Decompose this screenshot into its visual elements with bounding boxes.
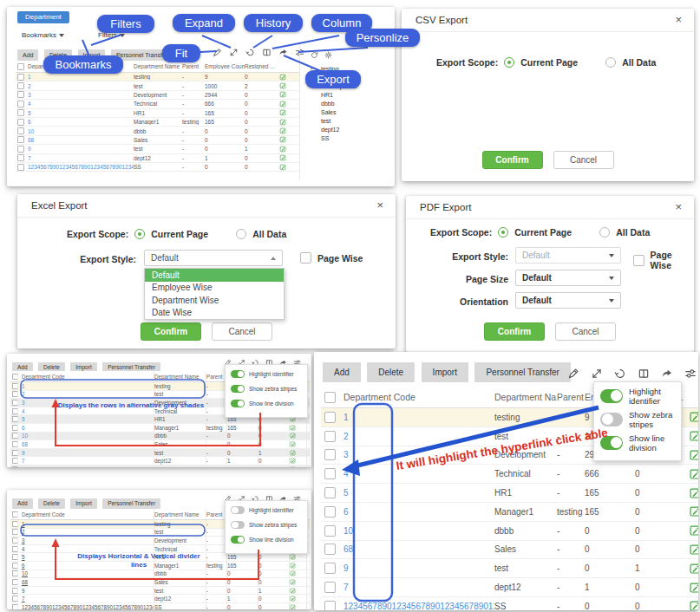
row-checkbox[interactable]	[17, 74, 24, 81]
toggle-switch[interactable]	[231, 536, 245, 544]
row-checkbox[interactable]	[12, 537, 18, 544]
radio-all-data[interactable]	[599, 227, 610, 238]
department-code-link[interactable]: 7	[343, 583, 494, 592]
select-all-checkbox[interactable]	[12, 511, 18, 518]
row-checkbox[interactable]	[17, 146, 24, 153]
department-code-link[interactable]: 3	[22, 537, 154, 544]
row-checkbox[interactable]	[324, 449, 336, 460]
tree-item[interactable]: dbbb	[300, 100, 394, 108]
edit-icon[interactable]	[689, 487, 698, 499]
toggle-switch[interactable]	[600, 389, 623, 403]
table-row[interactable]: 68Sales-00	[16, 136, 299, 145]
edit-icon[interactable]	[290, 424, 307, 432]
department-code-link[interactable]: 1234567890123456789012345678901234567890…	[343, 602, 494, 610]
department-code-link[interactable]: 3	[28, 92, 134, 98]
close-icon[interactable]: ×	[675, 201, 682, 212]
radio-current-page[interactable]	[134, 229, 145, 239]
row-checkbox[interactable]	[12, 441, 18, 447]
tab-department[interactable]: Department	[17, 11, 69, 23]
department-code-link[interactable]: 1	[343, 413, 494, 422]
radio-current-page[interactable]	[498, 227, 508, 238]
column-header-parent[interactable]: Parent	[557, 392, 585, 402]
department-code-link[interactable]: 10	[22, 570, 154, 578]
row-checkbox[interactable]	[17, 82, 24, 89]
toggle-switch[interactable]	[231, 370, 245, 379]
table-row[interactable]: 68Sales-00	[321, 541, 698, 560]
row-checkbox[interactable]	[324, 412, 336, 423]
table-row[interactable]: 1234567890123456789012345678901234567890…	[16, 163, 299, 172]
table-row[interactable]: 1234567890123456789012345678901234567890…	[10, 603, 310, 609]
row-checkbox[interactable]	[12, 604, 18, 609]
add-button[interactable]: Add	[323, 362, 361, 382]
department-code-link[interactable]: 10	[28, 128, 134, 134]
table-row[interactable]: 68Sales-00	[10, 578, 310, 587]
department-code-link[interactable]: 6	[343, 507, 494, 517]
fit-icon[interactable]	[213, 48, 222, 57]
edit-icon[interactable]	[290, 578, 307, 586]
close-icon[interactable]: ×	[675, 14, 682, 25]
row-checkbox[interactable]	[12, 400, 18, 406]
column-header-code[interactable]: Department Code	[22, 511, 65, 518]
table-row[interactable]: 2test-10002	[16, 81, 299, 90]
refresh-icon[interactable]	[311, 47, 318, 62]
radio-current-page[interactable]	[504, 57, 514, 68]
edit-icon[interactable]	[689, 563, 698, 575]
row-checkbox[interactable]	[324, 563, 336, 574]
row-checkbox[interactable]	[12, 391, 18, 397]
edit-icon[interactable]	[279, 164, 295, 171]
confirm-button[interactable]: Confirm	[482, 151, 543, 169]
department-code-link[interactable]: 2	[22, 391, 154, 399]
table-row[interactable]: 10dbbb-00	[10, 570, 310, 579]
row-checkbox[interactable]	[324, 506, 336, 518]
cancel-button[interactable]: Cancel	[212, 322, 272, 341]
edit-icon[interactable]	[279, 127, 295, 134]
department-code-link[interactable]: 6	[28, 119, 134, 125]
department-code-link[interactable]: 10	[343, 526, 494, 536]
edit-icon[interactable]	[290, 440, 307, 448]
tree-item[interactable]: HR1	[300, 91, 394, 100]
edit-icon[interactable]	[290, 595, 307, 602]
department-code-link[interactable]: 2	[28, 83, 134, 89]
row-checkbox[interactable]	[12, 588, 18, 594]
column-header-parent[interactable]: Parent	[182, 63, 205, 69]
select-all-checkbox[interactable]	[12, 374, 18, 380]
table-row[interactable]: 9test-01	[10, 587, 310, 596]
export-icon[interactable]	[278, 48, 288, 57]
table-row[interactable]: 4Technical-6660	[16, 100, 299, 108]
page-wise-checkbox[interactable]	[300, 252, 311, 264]
column-header-name[interactable]: Department Name	[154, 511, 199, 518]
bookmarks-menu[interactable]: Bookmarks	[19, 31, 64, 39]
style-option[interactable]: Employee Wise	[145, 282, 284, 295]
edit-icon[interactable]	[689, 524, 698, 537]
department-code-link[interactable]: 1234567890123456789012345678901234567890…	[22, 603, 154, 609]
history-icon[interactable]	[614, 368, 626, 380]
row-checkbox[interactable]	[12, 408, 18, 414]
personnel-transfer-button[interactable]: Personnel Transfer	[474, 362, 571, 382]
edit-icon[interactable]	[279, 74, 295, 81]
edit-icon[interactable]	[689, 468, 698, 480]
row-checkbox[interactable]	[12, 383, 18, 389]
department-code-link[interactable]: 68	[28, 137, 134, 143]
table-row[interactable]: 10dbbb-00	[10, 433, 310, 441]
page-wise-checkbox[interactable]	[633, 255, 644, 266]
row-checkbox[interactable]	[17, 136, 24, 143]
table-row[interactable]: 1testing-90	[16, 73, 299, 81]
radio-all-data[interactable]	[236, 229, 246, 239]
department-code-link[interactable]: 7	[28, 155, 134, 161]
row-checkbox[interactable]	[12, 416, 18, 422]
department-code-link[interactable]: 6	[22, 424, 154, 432]
row-checkbox[interactable]	[17, 127, 24, 134]
table-row[interactable]: 10dbbb-00	[321, 522, 698, 541]
department-code-link[interactable]: 10	[22, 433, 154, 440]
edit-icon[interactable]	[689, 582, 698, 594]
department-code-link[interactable]: 4	[343, 469, 494, 479]
row-checkbox[interactable]	[12, 563, 18, 569]
row-checkbox[interactable]	[12, 458, 18, 464]
department-code-link[interactable]: 1	[22, 520, 154, 528]
export-style-select[interactable]: Default	[515, 247, 621, 264]
column-header-code[interactable]: Department Code	[343, 392, 415, 402]
table-row[interactable]: 7dept12-10	[16, 154, 299, 163]
edit-icon[interactable]	[290, 457, 307, 465]
edit-icon[interactable]	[689, 430, 698, 442]
row-checkbox[interactable]	[12, 450, 18, 456]
